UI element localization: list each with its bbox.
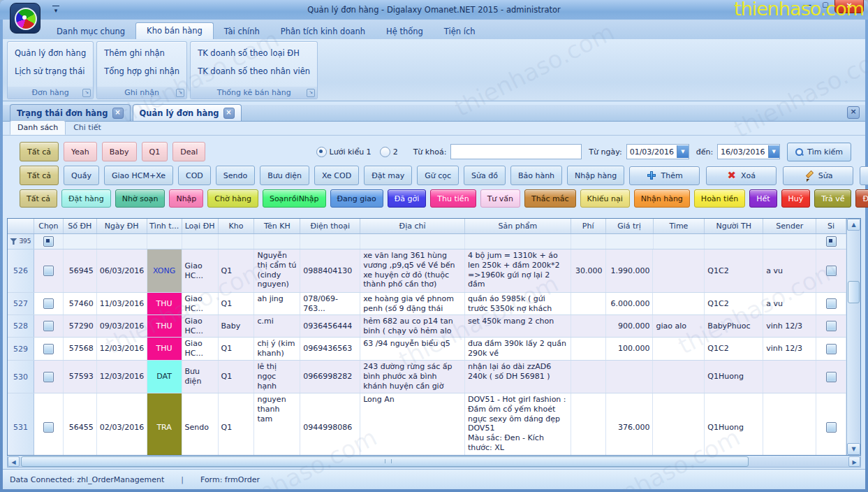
filter-cell[interactable] [64, 234, 97, 249]
filter-button-thac-mac[interactable]: Thắc mắc [524, 189, 575, 208]
filter-button-nhan-hang[interactable]: Nhận hàng [634, 189, 690, 208]
filter-button-hoan-tien[interactable]: Hoàn tiền [694, 189, 745, 208]
checkbox[interactable] [43, 321, 54, 331]
filter-button-dat-hang-lai[interactable]: Đặt hàng lại [855, 189, 868, 208]
filter-cell[interactable] [465, 234, 571, 249]
close-icon[interactable]: × [112, 108, 124, 119]
filter-button-cho-hang[interactable]: Chờ hàng [207, 189, 258, 208]
ribbon-item-them-ghi-nhan[interactable]: Thêm ghi nhận [101, 44, 182, 62]
chevron-down-icon[interactable]: ▼ [768, 145, 780, 158]
filter-cell[interactable] [571, 234, 606, 249]
filter-button-dat-hang[interactable]: Đặt hàng [61, 189, 111, 208]
filter-button-quay[interactable]: Quầy [64, 166, 99, 185]
maximize-button[interactable]: ▢ [816, 0, 834, 11]
ribbon-item-quan-ly-don-hang[interactable]: Quản lý đơn hàng [12, 44, 89, 62]
column-header-nguoi-th[interactable]: Người TH [705, 219, 763, 233]
dialog-launcher-icon[interactable]: ↘ [176, 89, 184, 97]
column-header-dien-thoai[interactable]: Điện thoại [300, 219, 360, 233]
filter-button-bao-hanh[interactable]: Bảo hành [510, 166, 562, 185]
column-header-kho[interactable]: Kho [219, 219, 255, 233]
filter-button-cod[interactable]: COD [178, 166, 211, 185]
ribbon-tab-phan-tich-kinh-doanh[interactable]: Phân tích kinh doanh [270, 24, 376, 39]
ribbon-tab-tai-chinh[interactable]: Tài chính [214, 24, 270, 39]
column-header-gia-tri[interactable]: Giá trị [606, 219, 654, 233]
scroll-right-icon[interactable]: ▶ [848, 456, 860, 467]
document-close-icon[interactable]: × [847, 106, 860, 119]
filter-cell[interactable] [34, 234, 64, 249]
filter-cell[interactable] [300, 234, 360, 249]
column-header-chon[interactable]: Chọn [34, 219, 64, 233]
quick-access-dropdown-icon[interactable]: ▾ [50, 3, 61, 13]
filter-cell[interactable] [254, 234, 300, 249]
delete-button[interactable]: ✖Xoá [706, 166, 777, 185]
table-row[interactable]: 5295756812/03/2016THUGiao HC...Q1chị ý (… [8, 338, 846, 361]
ribbon-tab-he-thong[interactable]: Hệ thống [376, 24, 434, 39]
filter-button-yeah[interactable]: Yeah [64, 142, 97, 161]
filter-button-nho-soan[interactable]: Nhờ soạn [115, 189, 165, 208]
column-header-phi[interactable]: Phí [571, 219, 606, 233]
table-row[interactable]: 5275746011/03/2016THUGiao HC...Q1ah jing… [8, 293, 846, 315]
app-logo-icon[interactable] [10, 3, 41, 34]
filter-cell[interactable] [816, 234, 846, 249]
ribbon-tab-tien-ich[interactable]: Tiện ích [434, 24, 486, 39]
ribbon-item-tk-doanh-so-theo-nhan-vien[interactable]: TK doanh số theo nhân viên [195, 62, 313, 80]
ribbon-tab-danh-muc-chung[interactable]: Danh mục chung [46, 24, 135, 39]
checkbox[interactable] [826, 321, 837, 331]
auto-filter-row[interactable]: Ǝ95 [8, 234, 846, 249]
column-header-indicator[interactable] [8, 219, 34, 233]
vertical-scrollbar[interactable]: ▲ ▼ [846, 219, 860, 455]
table-row[interactable]: 5285729009/03/2016THUGiao HC...Babyc.mi0… [8, 315, 846, 338]
document-tab-quan-ly-don-hang[interactable]: Quản lý đơn hàng× [133, 104, 242, 121]
filter-button-dang-giao[interactable]: Đang giao [330, 189, 383, 208]
filter-button-q1[interactable]: Q1 [142, 142, 168, 161]
edit-button[interactable]: Sửa [783, 166, 853, 185]
checkbox[interactable] [43, 298, 54, 309]
column-header-so-dh[interactable]: Số ĐH [64, 219, 97, 233]
filter-button-tat-ca[interactable]: Tất cả [20, 166, 59, 185]
horizontal-scroll-thumb[interactable] [21, 456, 749, 467]
column-header-si[interactable]: Si [816, 219, 846, 233]
table-row[interactable]: 5305759312/03/2016DATBưu điệnQ1lê thị ng… [8, 361, 846, 393]
filter-button-baby[interactable]: Baby [102, 142, 137, 161]
table-row[interactable]: 5315645502/03/2016TRASendoQ1nguyen thanh… [8, 393, 846, 455]
filter-button-thu-tien[interactable]: Thu tiền [430, 189, 476, 208]
minimize-button[interactable]: — [798, 0, 816, 11]
chevron-down-icon[interactable]: ▼ [677, 145, 689, 158]
ribbon-item-lich-su-trang-thai[interactable]: Lịch sử trạng thái [12, 62, 89, 80]
close-button[interactable]: × [834, 0, 864, 13]
filter-button-da-goi[interactable]: Đã gởi [388, 189, 427, 208]
vertical-scroll-thumb[interactable] [848, 281, 860, 303]
checkbox[interactable] [43, 236, 54, 247]
ribbon-item-tong-hop-ghi-nhan[interactable]: Tổng hợp ghi nhận [101, 62, 182, 80]
view-tab-danh-sach[interactable]: Danh sách [10, 120, 66, 135]
filter-button-tat-ca[interactable]: Tất cả [20, 189, 57, 208]
filter-button-sendo[interactable]: Sendo [216, 166, 255, 185]
filter-button-buu-dien[interactable]: Bưu điện [260, 166, 309, 185]
filter-cell[interactable] [654, 234, 705, 249]
filter-cell[interactable] [606, 234, 654, 249]
filter-button-tu-van[interactable]: Tư vấn [480, 189, 520, 208]
scroll-down-icon[interactable]: ▼ [847, 443, 860, 455]
scroll-left-icon[interactable]: ◀ [8, 456, 20, 467]
column-header-ten-kh[interactable]: Tên KH [254, 219, 300, 233]
view-tab-chi-tiet[interactable]: Chi tiết [66, 120, 109, 135]
add-button[interactable]: Thêm [629, 166, 700, 185]
filter-button-soanroinhap[interactable]: SoạnrồiNhập [263, 189, 326, 208]
close-icon[interactable]: × [223, 108, 235, 119]
filter-button-gu-coc[interactable]: Gữ cọc [417, 166, 459, 185]
column-header-dia-chi[interactable]: Địa chỉ [360, 219, 465, 233]
dialog-launcher-icon[interactable]: ↘ [82, 89, 91, 97]
filter-cell[interactable] [360, 234, 465, 249]
filter-cell[interactable] [705, 234, 763, 249]
checkbox[interactable] [826, 298, 837, 309]
column-header-ngay-dh[interactable]: Ngày ĐH [97, 219, 147, 233]
table-row[interactable]: 5265694506/03/2016XONGGiao HC...Q1Nguyễn… [8, 249, 846, 293]
checkbox[interactable] [43, 372, 54, 382]
column-header-san-pham[interactable]: Sản phẩm [465, 219, 571, 233]
filter-button-deal[interactable]: Deal [172, 142, 205, 161]
keyword-input[interactable] [450, 144, 582, 159]
from-date-picker[interactable]: 01/03/2016▼ [626, 144, 689, 159]
filter-cell[interactable]: Ǝ95 [8, 234, 34, 249]
checkbox[interactable] [826, 422, 837, 433]
filter-button-huy[interactable]: Huỷ [781, 189, 811, 208]
